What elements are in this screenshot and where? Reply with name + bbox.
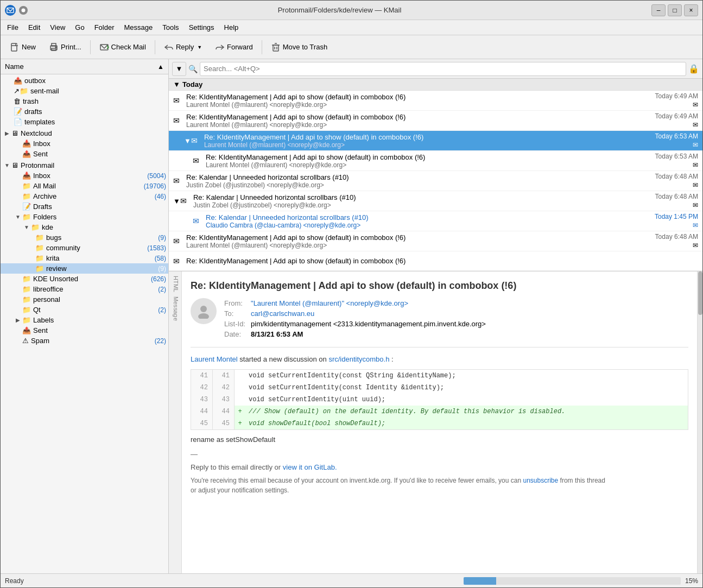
- sidebar-item-sent-mail[interactable]: ↗📁 sent-mail: [1, 86, 168, 96]
- toolbar-separator-3: [262, 40, 262, 54]
- gitlab-link[interactable]: view it on GitLab.: [283, 463, 337, 471]
- sidebar-item-kde-unsorted[interactable]: 📁 KDE Unsorted (626): [1, 274, 168, 284]
- filter-button[interactable]: ▼: [172, 62, 186, 76]
- sidebar-item-labels[interactable]: ▶ 📁 Labels: [1, 315, 168, 325]
- email-row[interactable]: ✉ Re: KIdentityManagement | Add api to s…: [169, 251, 702, 271]
- sidebar-item-protonmail[interactable]: ▼ 🖥 Protonmail: [1, 160, 168, 170]
- sidebar-item-community[interactable]: 📁 community (1583): [1, 243, 168, 253]
- group-expand-icon[interactable]: ▼: [173, 80, 180, 88]
- collapse-icon[interactable]: ▲: [157, 63, 164, 71]
- sidebar-item-drafts[interactable]: 📝 drafts: [1, 106, 168, 117]
- sidebar-item-archive[interactable]: 📁 Archive (46): [1, 191, 168, 201]
- reply-dropdown-arrow[interactable]: ▼: [197, 45, 202, 50]
- toolbar: New Print... Check Mail Reply ▼ Forward …: [1, 35, 702, 59]
- sidebar-item-libreoffice[interactable]: 📁 libreoffice (2): [1, 284, 168, 294]
- sidebar-item-outbox[interactable]: 📤 outbox: [1, 75, 168, 86]
- from-address[interactable]: "Laurent Montel (@mlaurent)" <noreply@kd…: [251, 299, 408, 307]
- check-mail-icon: [99, 42, 109, 52]
- sidebar-item-spam[interactable]: ⚠ Spam (22): [1, 336, 168, 346]
- menu-message[interactable]: Message: [120, 22, 157, 33]
- sidebar-item-drafts2[interactable]: 📝 Drafts: [1, 201, 168, 212]
- expand-icon[interactable]: ▼: [3, 162, 11, 168]
- sidebar-item-nextcloud-sent[interactable]: 📤 Sent: [1, 149, 168, 159]
- sidebar-item-krita[interactable]: 📁 krita (58): [1, 253, 168, 263]
- expand-icon[interactable]: ▶: [14, 317, 22, 323]
- code-block: 41 41 void setCurrentIdentity(const QStr…: [191, 369, 688, 430]
- archive-icon: 📁: [22, 192, 31, 200]
- menu-file[interactable]: File: [3, 22, 23, 33]
- inbox-folder-icon: 📥: [22, 172, 31, 180]
- email-row[interactable]: ✉ Re: KIdentityManagement | Add api to s…: [169, 91, 702, 111]
- minimize-button[interactable]: –: [651, 4, 666, 16]
- sidebar-header-title: Name: [5, 62, 24, 71]
- expand-icon[interactable]: ▼: [14, 214, 22, 220]
- sidebar-item-all-mail[interactable]: 📁 All Mail (19706): [1, 181, 168, 191]
- maximize-button[interactable]: □: [668, 4, 682, 16]
- search-input[interactable]: [200, 62, 686, 76]
- email-content: Re: KIdentityManagement | Add api to sho…: [206, 153, 644, 169]
- new-button[interactable]: New: [4, 38, 42, 56]
- email-row[interactable]: ✉ Re: KIdentityManagement | Add api to s…: [169, 231, 702, 251]
- menu-folder[interactable]: Folder: [90, 22, 119, 33]
- folders-icon: 📁: [22, 213, 31, 221]
- email-content: Re: KIdentityManagement | Add api to sho…: [186, 233, 644, 249]
- menu-go[interactable]: Go: [71, 22, 88, 33]
- expand-icon[interactable]: ▼: [22, 224, 31, 230]
- email-row[interactable]: ▼ ✉ Re: KIdentityManagement | Add api to…: [169, 131, 702, 151]
- check-mail-button[interactable]: Check Mail: [93, 38, 152, 56]
- email-body-scrollbar[interactable]: [697, 271, 702, 573]
- expand-icon[interactable]: ▼: [184, 137, 191, 145]
- sidebar-item-bugs[interactable]: 📁 bugs (9): [1, 232, 168, 243]
- unsubscribe-link[interactable]: unsubscribe: [523, 477, 558, 484]
- move-to-trash-button[interactable]: Move to Trash: [265, 38, 333, 56]
- file-link[interactable]: src/identitycombo.h: [328, 355, 389, 363]
- email-icon: ✉: [193, 156, 204, 165]
- menu-edit[interactable]: Edit: [24, 22, 45, 33]
- menu-view[interactable]: View: [46, 22, 69, 33]
- sidebar-item-nextcloud[interactable]: ▶ 🖥 Nextcloud: [1, 128, 168, 138]
- sidebar-item-kde[interactable]: ▼ 📁 kde: [1, 222, 168, 232]
- menu-tools[interactable]: Tools: [158, 22, 183, 33]
- statusbar: Ready 15%: [1, 573, 702, 587]
- code-line-added: 45 45 + void showDefault(bool showDefaul…: [191, 418, 688, 429]
- close-button[interactable]: ×: [684, 4, 698, 16]
- email-row[interactable]: ▼ ✉ Re: Kalendar | Unneeded horizontal s…: [169, 191, 702, 211]
- spam-icon: ⚠: [22, 337, 29, 345]
- scrollbar-thumb[interactable]: [698, 271, 702, 315]
- sidebar-item-trash[interactable]: 🗑 trash: [1, 96, 168, 106]
- to-address[interactable]: carl@carlschwan.eu: [251, 309, 314, 318]
- forward-label: Forward: [227, 43, 253, 51]
- kde-icon: 📁: [31, 223, 40, 231]
- email-meta: Today 6:49 AM ✉: [644, 92, 698, 109]
- email-icon: ✉: [193, 217, 204, 225]
- sidebar-item-protonmail-inbox[interactable]: 📥 Inbox (5004): [1, 170, 168, 181]
- email-row[interactable]: ✉ Re: KIdentityManagement | Add api to s…: [169, 151, 702, 171]
- menu-help[interactable]: Help: [220, 22, 243, 33]
- forward-button[interactable]: Forward: [209, 38, 259, 56]
- email-detail: H T M L M e s s a g e Re: KIdentityManag: [169, 271, 702, 573]
- sidebar-item-review[interactable]: 📁 review (9): [1, 263, 168, 274]
- print-label: Print...: [61, 43, 81, 51]
- sidebar-item-personal[interactable]: 📁 personal: [1, 294, 168, 305]
- email-row[interactable]: ✉ Re: KIdentityManagement | Add api to s…: [169, 111, 702, 131]
- sidebar-item-folders[interactable]: ▼ 📁 Folders: [1, 212, 168, 222]
- print-button[interactable]: Print...: [43, 38, 87, 56]
- reply-icon: [164, 42, 174, 52]
- email-content: Re: Kalendar | Unneeded horizontal scrol…: [193, 193, 644, 209]
- expand-icon[interactable]: ▶: [3, 130, 11, 136]
- sidebar-item-qt[interactable]: 📁 Qt (2): [1, 305, 168, 315]
- email-row[interactable]: ✉ Re: Kalendar | Unneeded horizontal scr…: [169, 211, 702, 231]
- email-list: ▼ Today ✉ Re: KIdentityManagement | Add …: [169, 79, 702, 271]
- expand-icon[interactable]: ▼: [173, 197, 180, 205]
- reply-button[interactable]: Reply ▼: [158, 38, 208, 56]
- sidebar-item-templates[interactable]: 📄 templates: [1, 117, 168, 127]
- sent2-icon: 📤: [22, 326, 31, 334]
- toolbar-separator-2: [155, 40, 155, 54]
- sidebar-item-nextcloud-inbox[interactable]: 📥 Inbox: [1, 138, 168, 149]
- menu-settings[interactable]: Settings: [185, 22, 219, 33]
- sidebar-item-sent2[interactable]: 📤 Sent: [1, 325, 168, 336]
- email-fields-table: From: "Laurent Montel (@mlaurent)" <nore…: [223, 298, 487, 340]
- email-row[interactable]: ✉ Re: Kalendar | Unneeded horizontal scr…: [169, 171, 702, 191]
- libreoffice-icon: 📁: [22, 285, 31, 293]
- author-link[interactable]: Laurent Montel: [191, 355, 238, 363]
